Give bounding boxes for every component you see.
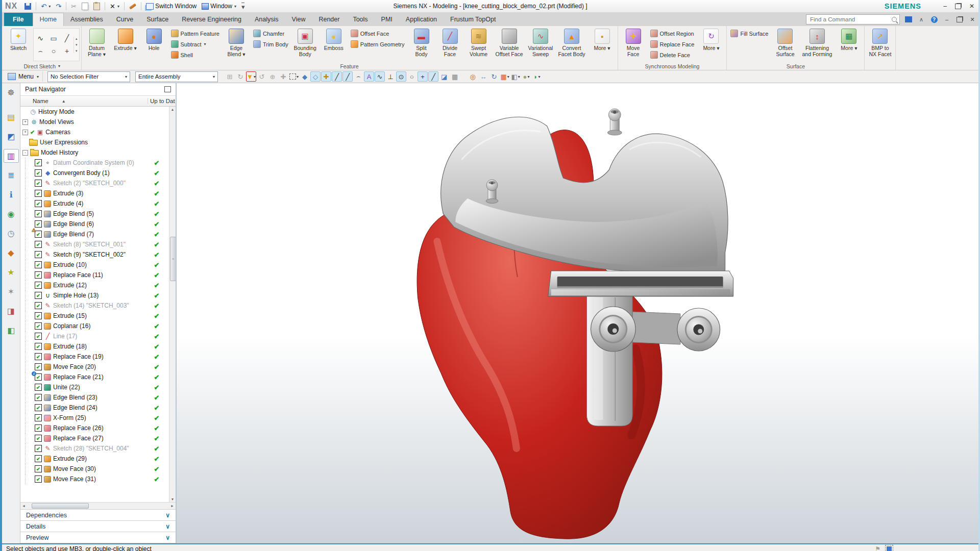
suppress-checkbox[interactable]: ✔ [35,384,42,391]
tree-item[interactable]: ✔Replace Face (11)✔ [20,270,169,280]
system-scenes-icon[interactable]: ◧ [4,323,19,337]
snap-handles-icon[interactable]: ✚ [278,71,288,82]
app-minimize-button[interactable]: – [943,3,947,10]
assembly-constraints-icon[interactable]: ⊞ [225,71,235,82]
snap-midpoint-icon[interactable]: ╱ [342,71,353,82]
delete-button[interactable]: ✕▾ [108,1,121,11]
ribbon-button-chamfer[interactable]: Chamfer [251,29,290,38]
ribbon-button-offset-face[interactable]: Offset Face [349,29,407,38]
ribbon-button-convert-facet-body[interactable]: ▲ConvertFacet Body [556,27,587,62]
snap-spline-point-icon[interactable]: ∿ [375,71,385,82]
sketch-tool-line-icon[interactable]: ╱ [60,32,74,45]
fit-window-icon[interactable]: ▦▾ [500,71,510,82]
snap-axis-icon[interactable]: ⊥ [385,71,396,82]
snap-quadrant-icon[interactable]: ○ [407,71,417,82]
section-preview[interactable]: Preview∨ [20,532,176,543]
tree-item[interactable]: ✔Move Face (20)✔ [20,362,169,372]
ribbon-button-bmp-to-nx-facet[interactable]: ↗BMP toNX Facet [866,27,894,62]
redo-button[interactable]: ↷ [54,1,63,11]
suppress-checkbox[interactable]: ✔ [35,271,42,279]
expand-toggle[interactable]: + [22,130,28,135]
help-icon[interactable]: ? [930,15,938,23]
snap-point-on-curve-icon[interactable]: ╱ [428,71,438,82]
tree-item[interactable]: ✔Move Face (30)✔ [20,464,169,474]
snap-grid-icon[interactable]: ▦ [450,71,460,82]
ribbon-button-divide-face[interactable]: ╱DivideFace [436,27,464,62]
performance-flag-icon[interactable]: ⚑ [875,545,880,551]
ribbon-button-swept-volume[interactable]: ≋SweptVolume [465,27,493,62]
ribbon-button-shell[interactable]: Shell [169,50,222,60]
find-command-input[interactable] [809,16,890,23]
doc-restore-icon[interactable] [955,15,964,23]
move-component-icon[interactable]: ↻ [235,71,246,82]
suppress-checkbox[interactable]: ✔ [35,159,42,166]
ribbon-button-delete-face[interactable]: Delete Face [648,50,697,60]
ribbon-button-extrude[interactable]: Extrude ▾ [112,27,139,62]
suppress-checkbox[interactable]: ✔ [35,220,42,228]
touch-filter-icon[interactable]: ▼▾ [246,71,256,82]
tree-item[interactable]: ✔Move Face (31)✔ [20,474,169,484]
menu-button[interactable]: Menu ▾ [4,71,43,82]
tab-file[interactable]: File [4,13,33,26]
tree-item[interactable]: ✔✎Sketch (14) "SKETCH_003"✔ [20,300,169,311]
tab-assemblies[interactable]: Assemblies [64,13,110,26]
tree-item[interactable]: ◷History Mode [20,107,169,117]
window-menu-button[interactable]: Window▾ [200,1,238,11]
settings-gear-icon[interactable]: ☸ [4,86,19,99]
background-icon[interactable]: ●▾ [521,71,531,82]
reposition-icon[interactable]: ↺ [257,71,267,82]
sketch-tool-circle-icon[interactable]: ○ [47,45,60,58]
copy-button[interactable] [80,1,90,11]
suppress-checkbox[interactable]: ✔ [35,322,42,330]
reuse-library-icon[interactable]: ≣ [4,168,19,182]
snap-curve-icon[interactable]: ⌢ [353,71,363,82]
tree-item[interactable]: ✔╱Line (17)✔ [20,331,169,341]
palette-scroll-arrows[interactable]: ▴▾▾ [74,37,79,53]
ribbon-button-variational-sweep[interactable]: ∿VariationalSweep [526,27,555,62]
suppress-checkbox[interactable]: ✔ [35,282,42,289]
switch-window-button[interactable]: Switch Window [144,1,199,11]
tree-item[interactable]: ✔Extrude (12)✔ [20,280,169,290]
suppress-checkbox[interactable]: ✔i [35,373,42,381]
suppress-checkbox[interactable]: ✔⚠ [35,231,42,238]
suppress-checkbox[interactable]: ✔ [35,424,42,432]
snap-face-icon[interactable]: ◪ [439,71,449,82]
doc-minimize-icon[interactable]: – [943,15,951,23]
ribbon-button-bounding-body[interactable]: ▣BoundingBody [291,27,319,62]
tree-item[interactable]: ✔Unite (22)✔ [20,382,169,392]
doc-close-icon[interactable]: ✕ [968,15,976,23]
part-navigator-icon[interactable]: ▥ [4,149,19,163]
section-dependencies[interactable]: Dependencies∨ [20,509,176,520]
tab-render[interactable]: Render [312,13,346,26]
sketch-tool-point-icon[interactable]: + [60,45,74,58]
pan-icon[interactable]: ↔ [478,71,488,82]
repaint-button[interactable] [127,1,138,11]
tree-item[interactable]: ✔∪Simple Hole (13)✔ [20,290,169,300]
tree-item[interactable]: ✔Edge Blend (24)✔ [20,403,169,413]
snap-datum-plane-icon[interactable]: ◇ [310,71,321,82]
tree-item[interactable]: ✔⌖Datum Coordinate System (0)✔ [20,158,169,168]
ribbon-button-fill-surface[interactable]: Fill Surface [728,29,770,38]
suppress-checkbox[interactable]: ✔ [35,363,42,370]
suppress-checkbox[interactable]: ✔ [35,404,42,411]
suppress-checkbox[interactable]: ✔ [35,180,42,187]
tree-item[interactable]: ✔Edge Blend (23)✔ [20,392,169,403]
ribbon-button-variable-offset-face[interactable]: VariableOffset Face [494,27,525,62]
expand-toggle[interactable]: + [22,119,28,125]
ribbon-button-pattern-geometry[interactable]: Pattern Geometry [349,39,407,49]
tree-item[interactable]: ✔Extrude (18)✔ [20,341,169,352]
tree-item[interactable]: ✔✎Sketch (9) "SKETCH_002"✔ [20,249,169,260]
snap-point-dialog-icon[interactable]: ✚ [321,71,331,82]
horizontal-scrollbar[interactable]: ◄ ► [20,502,176,509]
sketch-tool-rectangle-icon[interactable]: ▭ [47,32,60,45]
tab-surface[interactable]: Surface [140,13,175,26]
suppress-checkbox[interactable]: ✔ [35,190,42,197]
suppress-checkbox[interactable]: ✔ [35,169,42,177]
ribbon-button-split-body[interactable]: ▬SplitBody [408,27,435,62]
ribbon-button-offset-surface[interactable]: OffsetSurface [771,27,799,62]
search-icon[interactable] [892,17,897,22]
scroll-left-icon[interactable]: ◄ [20,503,27,509]
ribbon-button-move-face[interactable]: ✚MoveFace [620,27,647,62]
tab-curve[interactable]: Curve [110,13,140,26]
snap-pole-icon[interactable]: A [364,71,374,82]
